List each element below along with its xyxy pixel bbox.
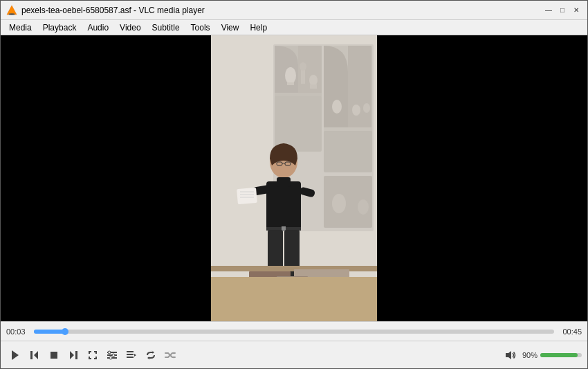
svg-marker-62 [506, 351, 511, 359]
svg-rect-24 [277, 177, 291, 187]
svg-rect-26 [237, 187, 257, 204]
playlist-icon [126, 350, 137, 361]
menu-view[interactable]: View [216, 21, 245, 34]
shelf-svg [211, 35, 377, 321]
progress-thumb [62, 328, 68, 335]
loop-button[interactable] [142, 346, 160, 364]
play-button[interactable] [6, 346, 24, 364]
total-time: 00:45 [560, 327, 582, 336]
loop-icon [145, 350, 156, 361]
svg-point-15 [332, 100, 342, 114]
svg-rect-23 [266, 181, 301, 230]
close-button[interactable]: ✕ [571, 5, 582, 16]
svg-rect-10 [287, 82, 294, 85]
fullscreen-button[interactable] [84, 346, 102, 364]
svg-point-54 [112, 354, 115, 357]
svg-marker-0 [7, 6, 17, 15]
svg-rect-56 [127, 351, 134, 352]
menu-subtitle[interactable]: Subtitle [147, 21, 185, 34]
svg-rect-7 [275, 96, 322, 152]
svg-point-2 [9, 13, 15, 15]
volume-icon [505, 350, 516, 361]
svg-point-9 [285, 67, 296, 84]
extended-settings-icon [107, 350, 118, 361]
svg-rect-49 [75, 351, 77, 359]
video-area [1, 35, 587, 321]
menu-audio[interactable]: Audio [82, 21, 114, 34]
svg-rect-8 [324, 131, 372, 172]
play-icon [10, 350, 21, 361]
next-button[interactable] [64, 346, 82, 364]
menu-playback[interactable]: Playback [37, 21, 82, 34]
previous-icon [29, 350, 40, 361]
next-icon [68, 350, 79, 361]
svg-point-13 [309, 75, 318, 86]
menu-help[interactable]: Help [244, 21, 273, 34]
svg-point-12 [300, 62, 306, 71]
svg-point-17 [363, 103, 370, 113]
volume-label: 90% [522, 351, 538, 359]
menu-media[interactable]: Media [3, 21, 37, 34]
title-bar: pexels-tea-oebel-6580587.asf - VLC media… [1, 1, 587, 20]
current-time: 00:03 [6, 327, 28, 336]
fullscreen-icon [87, 350, 98, 361]
svg-point-42 [332, 194, 346, 213]
svg-rect-40 [211, 277, 377, 322]
svg-marker-59 [134, 354, 136, 357]
progress-fill [34, 330, 65, 334]
svg-point-16 [352, 105, 360, 116]
progress-bar[interactable] [34, 330, 554, 334]
stop-button[interactable] [45, 346, 63, 364]
svg-point-43 [358, 199, 369, 215]
svg-point-55 [109, 357, 112, 359]
maximize-button[interactable]: □ [557, 5, 568, 16]
svg-marker-45 [34, 351, 38, 359]
menu-tools[interactable]: Tools [185, 21, 216, 34]
menu-bar: Media Playback Audio Video Subtitle Tool… [1, 20, 587, 35]
volume-area: 90% [502, 346, 582, 364]
svg-rect-47 [50, 352, 57, 359]
stop-icon [48, 350, 59, 361]
svg-marker-44 [12, 350, 19, 360]
svg-rect-11 [301, 69, 305, 84]
minimize-button[interactable]: — [543, 5, 554, 16]
svg-rect-46 [30, 351, 33, 359]
vlc-icon [6, 5, 17, 16]
volume-fill [540, 353, 578, 357]
svg-rect-57 [127, 354, 134, 355]
playlist-button[interactable] [122, 346, 140, 364]
mute-button[interactable] [502, 346, 520, 364]
svg-marker-61 [174, 356, 175, 359]
svg-rect-14 [310, 84, 317, 89]
previous-button[interactable] [26, 346, 44, 364]
volume-slider[interactable] [540, 353, 582, 357]
video-content [211, 35, 377, 321]
random-icon [165, 350, 176, 361]
svg-rect-1 [10, 10, 14, 12]
svg-marker-60 [174, 352, 175, 354]
bottom-controls: 90% [1, 341, 587, 368]
window-controls: — □ ✕ [543, 5, 582, 16]
svg-marker-48 [70, 351, 74, 359]
menu-video[interactable]: Video [114, 21, 146, 34]
svg-rect-58 [127, 357, 134, 358]
random-button[interactable] [161, 346, 179, 364]
window-title: pexels-tea-oebel-6580587.asf - VLC media… [21, 6, 543, 15]
extended-settings-button[interactable] [103, 346, 121, 364]
svg-point-53 [108, 351, 111, 354]
controls-bar: 00:03 00:45 [1, 321, 587, 341]
